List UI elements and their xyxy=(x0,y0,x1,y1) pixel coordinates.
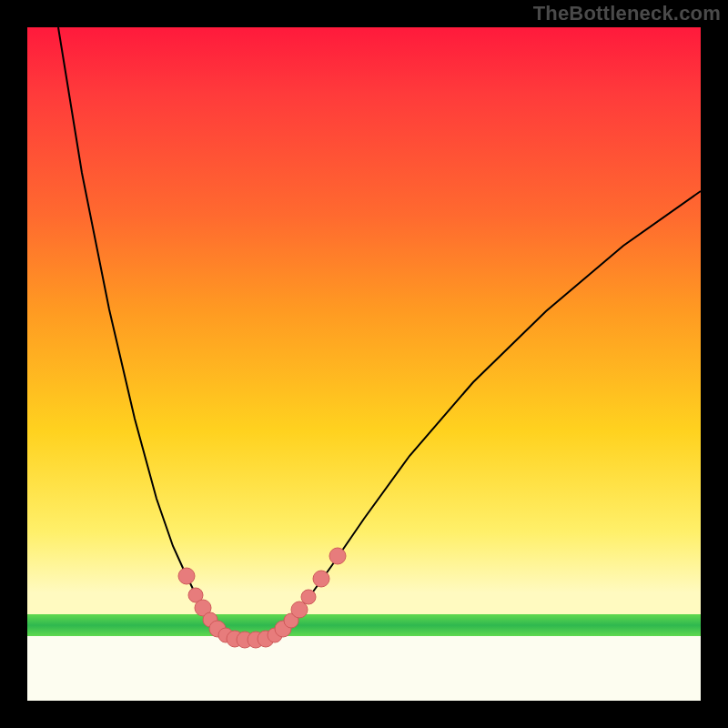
curve-markers xyxy=(178,548,346,648)
chart-frame: TheBottleneck.com xyxy=(0,0,728,728)
chart-plot-area xyxy=(27,27,701,701)
curve-marker xyxy=(329,548,346,564)
bottleneck-curve xyxy=(58,27,701,640)
curve-marker xyxy=(178,568,195,584)
watermark-text: TheBottleneck.com xyxy=(533,2,721,25)
curve-marker xyxy=(291,602,308,618)
curve-marker xyxy=(301,590,316,604)
curve-marker xyxy=(313,571,329,587)
chart-svg xyxy=(27,27,701,701)
